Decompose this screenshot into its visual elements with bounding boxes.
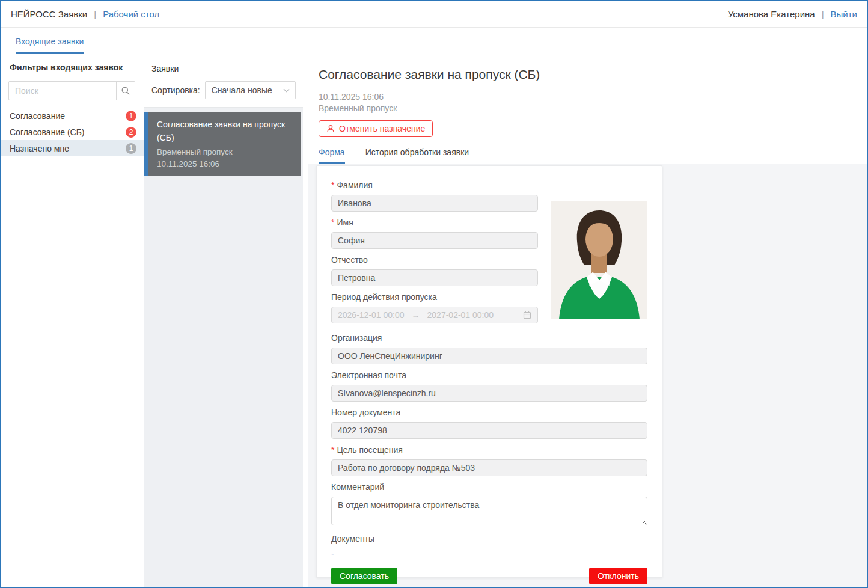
required-mark: *: [331, 180, 334, 190]
detail-body: *Фамилия *Имя Отчество: [308, 164, 867, 587]
period-range-picker[interactable]: 2026-12-01 00:00 → 2027-02-01 00:00: [331, 307, 538, 323]
search-button[interactable]: [116, 82, 135, 100]
cancel-assignment-label: Отменить назначение: [339, 124, 425, 133]
organization-label: Организация: [331, 333, 647, 343]
tab-form[interactable]: Форма: [319, 147, 345, 164]
detail-header: Согласование заявки на пропуск (СБ) 10.1…: [308, 54, 867, 164]
organization-field[interactable]: [331, 348, 647, 364]
sort-select-value: Сначала новые: [212, 85, 272, 95]
detail-pass-type: Временный пропуск: [319, 103, 856, 113]
comment-field[interactable]: В отдел мониторинга строительства: [331, 497, 647, 525]
visit-purpose-label: *Цель посещения: [331, 445, 647, 455]
document-number-field[interactable]: [331, 422, 647, 439]
filter-item-assigned-to-me[interactable]: Назначено мне 1: [1, 140, 144, 156]
filter-list: Согласование 1 Согласование (СБ) 2 Назна…: [1, 108, 144, 156]
detail-title: Согласование заявки на пропуск (СБ): [319, 67, 856, 82]
search-icon: [121, 86, 130, 96]
email-field[interactable]: [331, 385, 647, 402]
filter-item-label: Согласование: [10, 111, 65, 121]
column-gap: [303, 54, 308, 587]
tab-incoming-requests[interactable]: Входящие заявки: [16, 37, 84, 54]
cancel-assignment-button[interactable]: Отменить назначение: [319, 120, 433, 137]
documents-label: Документы: [331, 534, 647, 544]
applicant-photo: [551, 201, 647, 319]
last-name-field[interactable]: [331, 195, 538, 212]
requests-list-header: Заявки Сортировка: Сначала новые: [144, 54, 303, 108]
header-separator: |: [94, 9, 96, 19]
tab-history[interactable]: История обработки заявки: [365, 147, 469, 164]
first-name-label: *Имя: [331, 218, 538, 228]
request-card-selected[interactable]: Согласование заявки на пропуск (СБ) Врем…: [144, 112, 301, 176]
count-badge: 2: [126, 127, 136, 138]
top-header: НЕЙРОСС Заявки | Рабочий стол Усманова Е…: [1, 1, 867, 28]
detail-tabs: Форма История обработки заявки: [319, 147, 856, 164]
approve-button[interactable]: Согласовать: [331, 568, 397, 584]
app-brand: НЕЙРОСС Заявки: [11, 9, 87, 19]
period-label: Период действия пропуска: [331, 292, 538, 302]
count-badge: 1: [126, 111, 136, 121]
middle-name-label: Отчество: [331, 255, 538, 265]
required-mark: *: [331, 218, 334, 227]
form-actions: Согласовать Отклонить: [331, 568, 647, 584]
logout-link[interactable]: Выйти: [831, 9, 857, 19]
sort-label: Сортировка:: [151, 85, 200, 95]
filters-sidebar: Фильтры входящих заявок Согласование 1 С…: [1, 54, 144, 587]
first-name-field[interactable]: [331, 232, 538, 249]
user-icon: [326, 124, 335, 133]
filter-item-approval[interactable]: Согласование 1: [1, 108, 144, 124]
search-input[interactable]: [9, 82, 116, 100]
workspace-link[interactable]: Рабочий стол: [103, 9, 159, 19]
request-card-type: Временный пропуск: [157, 147, 291, 156]
period-arrow: →: [412, 310, 420, 320]
period-end: 2027-02-01 00:00: [427, 310, 494, 320]
count-badge: 1: [126, 143, 136, 154]
current-user-name: Усманова Екатерина: [728, 9, 815, 19]
middle-name-field[interactable]: [331, 269, 538, 286]
request-card-datetime: 10.11.2025 16:06: [157, 159, 291, 168]
required-mark: *: [331, 445, 334, 455]
email-label: Электронная почта: [331, 370, 647, 381]
main-tabstrip: Входящие заявки: [1, 28, 867, 54]
last-name-label: *Фамилия: [331, 180, 538, 191]
filter-item-approval-sb[interactable]: Согласование (СБ) 2: [1, 124, 144, 140]
requests-list-title: Заявки: [151, 64, 296, 73]
content-area: Фильтры входящих заявок Согласование 1 С…: [1, 54, 867, 587]
visit-purpose-field[interactable]: [331, 459, 647, 476]
calendar-icon: [523, 311, 531, 319]
request-card-title: Согласование заявки на пропуск (СБ): [157, 118, 291, 144]
header-separator-right: |: [822, 9, 824, 19]
comment-label: Комментарий: [331, 482, 647, 492]
filter-item-label: Назначено мне: [10, 144, 69, 153]
document-number-label: Номер документа: [331, 408, 647, 418]
sort-select[interactable]: Сначала новые: [205, 81, 296, 99]
period-start: 2026-12-01 00:00: [338, 310, 405, 320]
chevron-down-icon: [283, 88, 290, 93]
filters-title: Фильтры входящих заявок: [10, 63, 135, 72]
filter-search-group: [8, 81, 135, 100]
reject-button[interactable]: Отклонить: [589, 568, 647, 584]
request-cards: Согласование заявки на пропуск (СБ) Врем…: [144, 108, 303, 176]
filter-item-label: Согласование (СБ): [10, 127, 85, 137]
request-form-card: *Фамилия *Имя Отчество: [316, 165, 662, 578]
detail-panel: Согласование заявки на пропуск (СБ) 10.1…: [308, 54, 867, 587]
documents-value-link[interactable]: -: [331, 549, 334, 559]
requests-list-column: Заявки Сортировка: Сначала новые Согласо…: [144, 54, 303, 587]
detail-datetime: 10.11.2025 16:06: [319, 92, 856, 102]
